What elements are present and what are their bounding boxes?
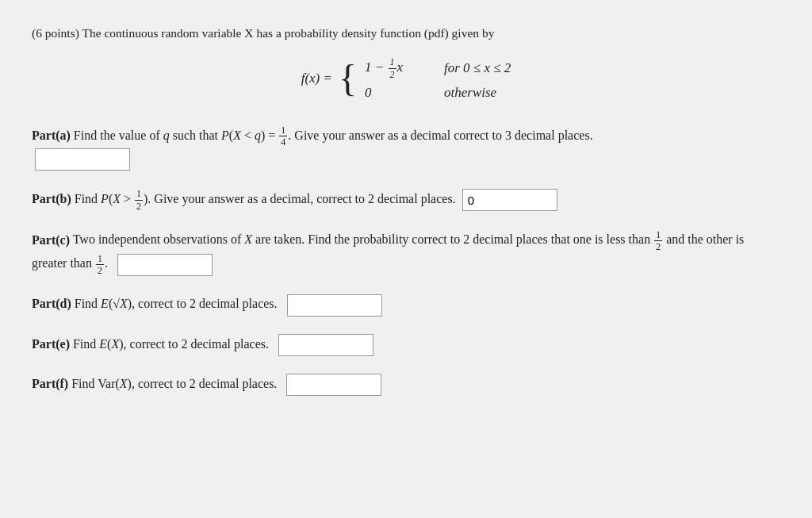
part-c-answer-input[interactable] (117, 254, 213, 276)
part-d-text: Find E(√X), correct to 2 decimal places. (75, 297, 278, 310)
case1-cond: for 0 ≤ x ≤ 2 (444, 60, 511, 76)
case2-expr: 0 (365, 85, 428, 101)
part-a-fraction: 14 (279, 125, 287, 148)
intro-text: (6 points) The continuous random variabl… (32, 24, 780, 42)
part-f-label: Part(f) (32, 377, 68, 390)
part-f-answer-input[interactable] (286, 374, 381, 396)
part-d-answer-input[interactable] (287, 294, 382, 317)
part-a-text-before: Find the value of q such that P(X < q) = (74, 129, 278, 142)
case-row-1: 1 − 12x for 0 ≤ x ≤ 2 (365, 56, 511, 80)
part-a-label: Part(a) (32, 129, 71, 142)
part-b-answer-input[interactable] (462, 189, 557, 211)
part-b-text-after: ). Give your answer as a decimal, correc… (144, 192, 456, 205)
part-d-label: Part(d) (32, 297, 71, 310)
main-container: (6 points) The continuous random variabl… (32, 24, 780, 396)
pdf-formula: f(x) = { 1 − 12x for 0 ≤ x ≤ 2 0 otherwi… (32, 56, 780, 101)
big-brace-icon: { (339, 59, 357, 98)
part-f-text: Find Var(X), correct to 2 decimal places… (71, 377, 277, 390)
case2-cond: otherwise (444, 85, 496, 101)
part-a-text-after: . Give your answer as a decimal correct … (288, 129, 592, 142)
part-d: Part(d) Find E(√X), correct to 2 decimal… (32, 294, 780, 316)
part-c: Part(c) Two independent observations of … (32, 229, 780, 277)
case-row-2: 0 otherwise (365, 85, 511, 101)
case1-expr: 1 − 12x (365, 56, 428, 80)
part-a-answer-input[interactable] (35, 148, 130, 171)
part-e-text: Find E(X), correct to 2 decimal places. (73, 337, 269, 351)
part-f: Part(f) Find Var(X), correct to 2 decima… (32, 374, 780, 396)
part-e-label: Part(e) (32, 337, 70, 351)
part-c-frac1: 12 (654, 229, 662, 253)
part-b: Part(b) Find P(X > 12). Give your answer… (32, 188, 780, 212)
part-e-answer-input[interactable] (278, 334, 373, 356)
part-c-label: Part(c) (32, 232, 70, 246)
fx-label: f(x) = (301, 71, 332, 86)
part-a: Part(a) Find the value of q such that P(… (32, 125, 780, 171)
part-b-text-before: Find P(X > (75, 192, 134, 205)
part-c-frac2: 12 (96, 253, 104, 277)
part-b-fraction: 12 (135, 188, 143, 212)
part-e: Part(e) Find E(X), correct to 2 decimal … (32, 334, 780, 356)
brace-container: { 1 − 12x for 0 ≤ x ≤ 2 0 otherwise (339, 56, 511, 101)
part-b-label: Part(b) (32, 192, 71, 205)
half-frac-case1: 12 (389, 56, 396, 80)
cases: 1 − 12x for 0 ≤ x ≤ 2 0 otherwise (365, 56, 511, 101)
